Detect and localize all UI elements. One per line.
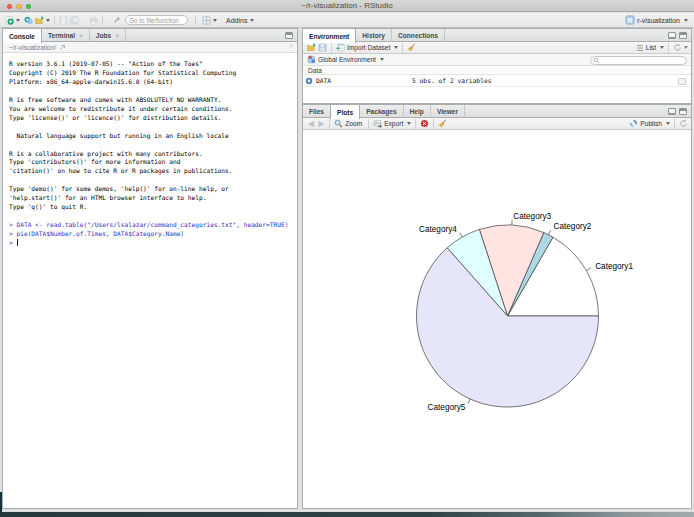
tab-viewer[interactable]: Viewer: [431, 105, 465, 118]
view-data-grid-icon[interactable]: [678, 78, 686, 85]
console-output[interactable]: R version 3.6.1 (2019-07-05) -- "Action …: [3, 53, 297, 508]
pie-label-tick: [548, 230, 550, 234]
plots-refresh-icon: [679, 119, 688, 128]
environment-refresh-button[interactable]: [673, 43, 688, 52]
pie-label-tick: [460, 233, 462, 237]
clear-all-plots-button[interactable]: [438, 119, 447, 128]
new-file-icon: [5, 16, 14, 25]
tab-plots[interactable]: Plots: [330, 105, 360, 119]
environment-pane: EnvironmentHistoryConnections: [302, 28, 692, 104]
import-dataset-button[interactable]: Import Dataset: [336, 43, 398, 52]
environment-search-input[interactable]: [590, 56, 687, 65]
tab-jobs[interactable]: Jobs×: [90, 29, 126, 42]
publish-button[interactable]: Publish: [629, 119, 670, 128]
remove-plot-button[interactable]: [420, 119, 429, 128]
tab-label: History: [362, 32, 385, 39]
save-button[interactable]: [59, 16, 68, 25]
data-frame-icon: [305, 77, 313, 85]
tab-files[interactable]: Files: [303, 105, 331, 118]
print-button[interactable]: [89, 16, 98, 25]
addins-menu[interactable]: Addins: [224, 17, 254, 24]
export-plot-button[interactable]: Export: [373, 119, 411, 128]
previous-plot-icon[interactable]: ◀: [308, 119, 314, 128]
plots-tabbar: FilesPlotsPackagesHelpViewer: [303, 105, 691, 118]
tab-label: Environment: [309, 33, 349, 40]
console-line: [9, 87, 297, 96]
tab-label: Plots: [337, 109, 353, 116]
console-line: You are welcome to redistribute it under…: [9, 105, 297, 114]
console-restore-pane-icon[interactable]: [285, 32, 293, 39]
import-dataset-icon: [336, 43, 345, 52]
workspace-panes-icon: [202, 16, 211, 25]
addins-label: Addins: [226, 17, 247, 24]
plot-area[interactable]: Category1Category2Category3Category4Cate…: [303, 131, 691, 508]
console-pathbar: ~/r-visualization/: [3, 42, 297, 53]
open-file-button[interactable]: [35, 16, 50, 25]
export-plot-icon: [373, 119, 382, 128]
save-workspace-button[interactable]: [318, 43, 327, 52]
clear-objects-button[interactable]: [407, 43, 416, 52]
desktop-strip: [0, 512, 694, 517]
new-project-button[interactable]: [24, 16, 33, 25]
tab-environment[interactable]: Environment: [303, 29, 356, 43]
environment-scope-menu[interactable]: Global Environment: [307, 55, 384, 64]
tab-packages[interactable]: Packages: [360, 105, 403, 118]
refresh-icon: [673, 43, 682, 52]
next-plot-icon[interactable]: ▶: [318, 119, 324, 128]
plots-refresh-button[interactable]: [679, 119, 688, 128]
tab-label: Viewer: [437, 108, 458, 115]
global-environment-icon: [307, 55, 316, 64]
new-project-icon: [24, 16, 33, 25]
working-directory: ~/r-visualization/: [9, 44, 56, 51]
pie-label-category3: Category3: [513, 212, 551, 221]
environment-toolbar: Import Dataset List: [303, 42, 691, 54]
plots-maximize-icon[interactable]: [679, 108, 687, 115]
environment-maximize-icon[interactable]: [679, 32, 687, 39]
tab-terminal[interactable]: Terminal×: [42, 29, 90, 42]
goto-file-icon: [114, 16, 122, 24]
print-icon: [89, 16, 98, 25]
publish-label: Publish: [640, 120, 662, 127]
tab-label: Console: [9, 33, 35, 40]
zoom-plot-button[interactable]: Zoom: [334, 119, 364, 128]
goto-directory-icon[interactable]: [59, 44, 66, 51]
pie-label-category1: Category1: [595, 262, 633, 271]
object-value: 5 obs. of 2 variables: [412, 77, 492, 84]
rstudio-window: ~/r-visualization - RStudio: [0, 0, 694, 517]
tab-history[interactable]: History: [356, 29, 392, 42]
console-pane-corner-icon: [286, 44, 293, 51]
load-workspace-button[interactable]: [307, 43, 316, 52]
plots-minimize-icon[interactable]: [668, 108, 676, 115]
pie-label-tick: [586, 268, 590, 271]
zoom-label: Zoom: [345, 120, 362, 127]
import-dataset-label: Import Dataset: [347, 44, 390, 51]
workspace-panes-button[interactable]: [202, 16, 217, 25]
console-pane: ConsoleTerminal×Jobs× ~/r-visualization/…: [2, 28, 298, 509]
zoom-magnifier-icon: [334, 119, 343, 128]
save-all-button[interactable]: [70, 16, 79, 25]
console-line: >: [9, 239, 297, 248]
object-name: DATA: [316, 77, 331, 84]
tab-console[interactable]: Console: [3, 29, 42, 43]
pie-chart: Category1Category2Category3Category4Cate…: [303, 131, 691, 509]
console-line: Type 'license()' or 'licence()' for dist…: [9, 114, 297, 123]
tab-help[interactable]: Help: [404, 105, 431, 118]
environment-object-row[interactable]: DATA 5 obs. of 2 variables: [303, 75, 691, 87]
publish-icon: [629, 119, 638, 128]
goto-file-input[interactable]: Go to file/function: [125, 15, 188, 25]
environment-view-toggle[interactable]: List: [636, 44, 664, 52]
environment-data-section-label: Data: [303, 66, 691, 75]
new-file-button[interactable]: [5, 16, 20, 25]
console-line: [9, 123, 297, 132]
tab-connections[interactable]: Connections: [392, 29, 445, 42]
tab-close-icon[interactable]: ×: [79, 32, 83, 39]
search-icon: [593, 57, 600, 64]
console-line: [9, 141, 297, 150]
tab-close-icon[interactable]: ×: [115, 32, 119, 39]
pie-label-category5: Category5: [428, 403, 466, 412]
open-file-icon: [35, 16, 44, 25]
tab-label: Packages: [366, 108, 396, 115]
environment-tabbar: EnvironmentHistoryConnections: [303, 29, 691, 42]
project-menu[interactable]: R r-visualization: [625, 15, 688, 25]
environment-minimize-icon[interactable]: [668, 32, 676, 39]
